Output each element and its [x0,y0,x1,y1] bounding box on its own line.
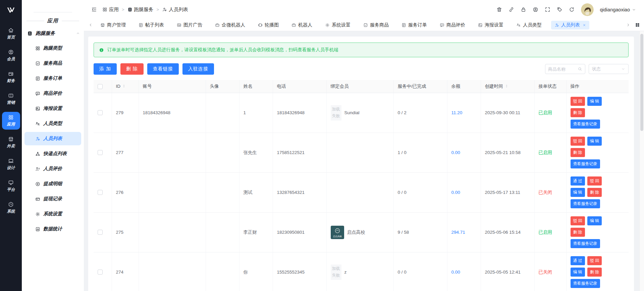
sidebar-item-staff-reviews[interactable]: 人员评价 [24,162,81,175]
refresh-icon[interactable] [569,7,575,12]
tabs-overview-button[interactable] [635,22,640,27]
edit-button[interactable]: 编 辑 [587,97,602,106]
balance-link[interactable]: 11.20 [451,110,463,115]
tab-system-settings[interactable]: 系统设置 [322,21,354,29]
reject-button[interactable]: 驳 回 [587,256,602,265]
select-all-checkbox[interactable] [98,84,103,89]
avatar[interactable] [581,3,594,16]
approve-button[interactable]: 通 过 [571,176,585,186]
sidebar-item-staff-types[interactable]: 人员类型 [24,117,81,130]
search-input[interactable] [548,67,578,72]
rail-item-marketing[interactable]: 营销 [2,90,20,108]
lock-icon[interactable] [521,7,526,12]
delete-button[interactable]: 删 除 [587,268,602,277]
sidebar-item-withdrawal-records[interactable]: 提现记录 [24,192,81,206]
tabs-scroll-left[interactable] [89,23,93,27]
sidebar-item-data-stats[interactable]: 数据统计 [24,222,81,236]
tab-robot[interactable]: 机器人 [288,21,316,29]
reject-button[interactable]: 驳 回 [571,97,585,106]
tab-wecom-robot[interactable]: 企微机器人 [212,21,249,29]
collapse-icon[interactable] [91,7,97,12]
view-service-records-button[interactable]: 查看服务记录 [571,199,600,208]
approve-button[interactable]: 通 过 [571,256,585,265]
sidebar-item-staff-list[interactable]: 人员列表 [24,132,81,145]
view-service-records-button[interactable]: 查看服务记录 [571,239,600,248]
rail-item-finance[interactable]: 财务 [2,68,20,86]
sidebar-item-poster-settings[interactable]: 海报设置 [24,102,81,115]
link-icon[interactable] [508,7,514,12]
view-service-records-button[interactable]: 查看服务记录 [571,279,600,288]
rail-item-system[interactable]: 系统 [2,199,20,217]
edit-button[interactable]: 编 辑 [587,137,602,146]
tab-post-list[interactable]: 帖子列表 [135,21,167,29]
page-scrollbar[interactable] [639,31,644,291]
rail-item-platform[interactable]: 平台 [2,177,20,195]
tag-icon[interactable] [557,7,562,12]
delete-button[interactable]: 删 除 [120,63,144,75]
sort-icon[interactable] [505,84,508,88]
sidebar-item-goods-reviews[interactable]: 商品评价 [24,87,81,100]
search-icon[interactable] [578,67,582,71]
sidebar-item-commission-details[interactable]: 提成明细 [24,177,81,191]
balance-link[interactable]: 0.00 [451,270,460,275]
breadcrumb-item[interactable]: 跑腿服务 [127,6,154,13]
breadcrumb-item[interactable]: 应用 [102,6,119,13]
close-icon[interactable] [583,23,586,27]
chevron-up-icon[interactable] [76,31,80,35]
tabs-scroll-right[interactable] [626,23,630,27]
fullscreen-icon[interactable] [545,7,550,12]
user-menu[interactable]: qidiangaoxiao [600,7,636,12]
tab-merchant-manage[interactable]: 商户管理 [97,21,129,29]
reject-button[interactable]: 驳 回 [571,216,585,225]
balance-link[interactable]: 0.00 [451,150,460,155]
brand-logo[interactable] [0,0,22,21]
edit-button[interactable]: 编 辑 [571,268,585,277]
tab-staff-types[interactable]: 人员类型 [513,21,545,29]
sidebar-group-paotui-service[interactable]: 跑腿服务 [22,24,84,39]
rail-item-home[interactable]: 首页 [2,25,20,43]
row-checkbox[interactable] [98,110,103,115]
page-scrollbar-thumb[interactable] [640,34,643,131]
row-checkbox[interactable] [98,190,103,195]
row-checkbox[interactable] [98,230,103,235]
balance-link[interactable]: 294.71 [451,230,465,235]
view-service-records-button[interactable]: 查看服务记录 [571,159,600,168]
tab-goods-reviews[interactable]: 商品评价 [436,21,469,29]
rail-item-member[interactable]: 会员 [2,47,20,64]
balance-link[interactable]: 0.00 [451,190,460,195]
sidebar-item-system-settings[interactable]: 系统设置 [24,207,81,221]
sidebar-item-courier-points[interactable]: 快递点列表 [24,147,81,160]
tab-image-ad[interactable]: Ad图片广告 [173,21,206,29]
status-select[interactable]: 状态 [589,64,629,74]
join-link-button[interactable]: 入驻连接 [182,63,214,75]
user-circle-icon[interactable] [533,7,538,12]
trash-icon[interactable] [496,7,502,12]
tab-staff-list[interactable]: 人员列表 [551,21,589,29]
delete-button[interactable]: 删 除 [571,148,585,157]
rail-item-takeout[interactable]: 外卖 [2,134,20,151]
sort-icon[interactable] [122,84,126,88]
rail-item-design[interactable]: 设计 [2,155,20,173]
sidebar-item-paotui-type[interactable]: 跑腿类型 [24,42,81,55]
tab-poster-settings[interactable]: 海报设置 [475,21,507,29]
delete-button[interactable]: 删 除 [587,188,602,197]
delete-button[interactable]: 删 除 [571,108,585,117]
sidebar-item-service-goods[interactable]: 服务商品 [24,57,81,70]
tab-service-goods[interactable]: 服务商品 [360,21,392,29]
view-service-records-button[interactable]: 查看服务记录 [571,120,600,129]
col-header-created[interactable]: 创建时间 [481,80,534,93]
edit-button[interactable]: 编 辑 [571,188,585,197]
add-button[interactable]: 添 加 [94,63,117,75]
reject-button[interactable]: 驳 回 [587,176,602,186]
tab-service-orders[interactable]: 服务订单 [398,21,430,29]
delete-button[interactable]: 删 除 [571,228,585,237]
sidebar-item-service-orders[interactable]: 服务订单 [24,72,81,85]
breadcrumb-item[interactable]: 人员列表 [162,6,188,13]
tab-carousel[interactable]: 轮播图 [255,21,282,29]
col-header-id[interactable]: ID [112,80,139,93]
view-link-button[interactable]: 查看链接 [147,63,179,75]
row-checkbox[interactable] [98,270,103,275]
edit-button[interactable]: 编 辑 [587,216,602,225]
row-checkbox[interactable] [98,150,103,155]
reject-button[interactable]: 驳 回 [571,137,585,146]
